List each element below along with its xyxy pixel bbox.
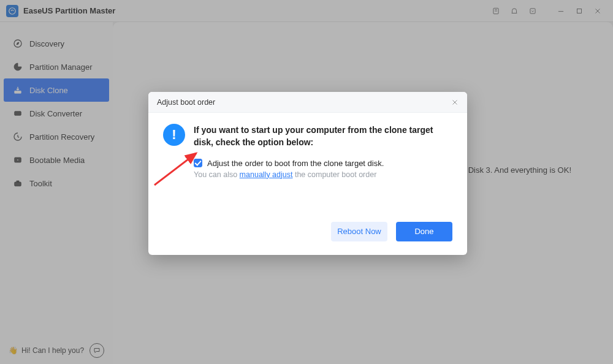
adjust-boot-order-checkbox[interactable]: Adjust the order to boot from the clone … [194, 159, 452, 168]
dialog-title: Adjust boot order [157, 98, 215, 107]
dialog-message: If you want to start up your computer fr… [194, 124, 452, 149]
info-icon: ! [163, 124, 185, 146]
dialog-hint: You can also manually adjust the compute… [148, 168, 467, 179]
adjust-boot-order-dialog: Adjust boot order ! If you want to start… [148, 92, 467, 255]
checkbox-input[interactable] [194, 159, 202, 167]
manually-adjust-link[interactable]: manually adjust [240, 170, 293, 179]
dialog-header: Adjust boot order [148, 92, 467, 113]
done-button[interactable]: Done [396, 222, 452, 241]
dialog-close-button[interactable] [451, 99, 459, 106]
reboot-now-button[interactable]: Reboot Now [331, 222, 387, 241]
checkbox-label: Adjust the order to boot from the clone … [207, 159, 384, 168]
